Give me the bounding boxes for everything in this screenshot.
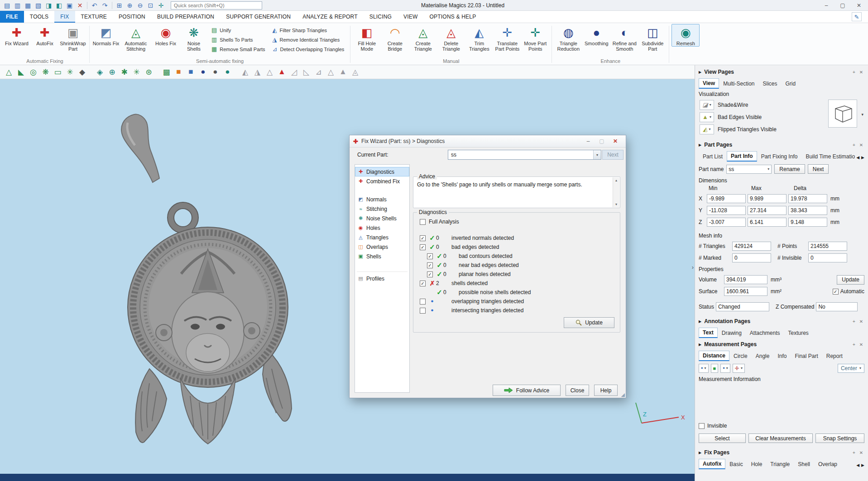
mark-shell-icon[interactable]: ◎ [28,66,39,78]
row-checkbox[interactable] [420,299,426,305]
dialog-title-bar[interactable]: ✚ Fix Wizard (Part: ss) > Diagnostics – … [350,135,626,148]
automatic-checkbox[interactable]: ✓ [833,289,839,295]
wizard-nav-normals[interactable]: ◩ Normals [355,195,409,204]
close-icon[interactable]: ✕ [858,342,864,347]
tab-textures[interactable]: Textures [784,328,813,338]
remove-identical-triangles-button[interactable]: ◮ Remove Identical Triangles [273,36,345,43]
row-checkbox[interactable]: ✓ [427,262,433,268]
window-close-button[interactable]: ✕ [851,0,867,11]
brush-mark-icon[interactable]: ◆ [77,66,88,78]
row-checkbox[interactable]: ✓ [420,281,426,286]
follow-advice-button[interactable]: Follow Advice [493,385,561,396]
mark-spikes-icon[interactable]: ✱ [119,66,130,78]
menu-fix[interactable]: FIX [54,11,75,23]
fix-wizard-button[interactable]: ✚ Fix Wizard [3,24,31,47]
tab-report[interactable]: Report [822,351,847,361]
menu-support-generation[interactable]: SUPPORT GENERATION [220,11,297,23]
save-as-icon[interactable]: ▧ [33,1,43,10]
full-analysis-checkbox[interactable] [420,219,426,225]
unify-button[interactable]: ▤ Unify [211,27,265,33]
pan-view-icon[interactable]: ✛ [156,1,166,10]
z-compensated-field[interactable] [816,302,858,311]
wizard-nav-diagnostics[interactable]: ✚ Diagnostics [355,167,409,176]
mark-surface-icon[interactable]: ❋ [40,66,51,78]
tab-multi-section[interactable]: Multi-Section [719,79,758,89]
point-type-combo-1[interactable]: •▾ [699,364,709,373]
save-project-icon[interactable]: ▦ [23,1,33,10]
triangles-field[interactable] [732,242,771,251]
tab-slices[interactable]: Slices [759,79,782,89]
window-maximize-button[interactable]: ▢ [834,0,851,11]
part-next-button[interactable]: Next [808,164,829,174]
menu-file[interactable]: FILE [0,11,24,23]
measure-mode-button[interactable]: ■ [711,364,719,373]
noise-shells-button[interactable]: ❋ Noise Shells [180,24,208,52]
delete-triangle-button[interactable]: ◬ Delete Triangle [437,24,465,52]
view-pages-header[interactable]: ▶ View Pages + ✕ [699,67,864,77]
wizard-nav-overlaps[interactable]: ◫ Overlaps [355,242,409,252]
help-button[interactable]: Help [594,385,618,396]
panel-collapse-handle[interactable]: › [692,264,694,271]
tab-drawing[interactable]: Drawing [718,328,746,338]
resize-grip[interactable]: ◢ [621,392,625,398]
wizard-nav-stitching[interactable]: ≈ Stitching [355,204,409,214]
normals-fix-button[interactable]: ◩ Normals Fix [92,24,120,47]
smooth-triangle-icon[interactable]: ◮ [252,66,263,78]
x-min-field[interactable] [707,194,746,203]
fill-hole-mode-button[interactable]: ◧ Fill Hole Mode [353,24,381,52]
measurement-pages-header[interactable]: ▶ Measurement Pages + ✕ [699,339,864,349]
close-part-icon[interactable]: ✕ [75,1,85,10]
holes-fix-button[interactable]: ◉ Holes Fix [152,24,180,47]
menu-analyze-report[interactable]: ANALYZE & REPORT [297,11,363,23]
point-type-combo-2[interactable]: •▾ [720,364,730,373]
row-checkbox[interactable]: ✓ [427,253,433,259]
dialog-maximize-button[interactable]: ▢ [595,138,609,144]
mark-plane-icon[interactable]: ◣ [15,66,27,78]
create-bridge-button[interactable]: ◠ Create Bridge [381,24,409,52]
z-max-field[interactable] [748,218,786,227]
dotted-triangle-icon[interactable]: ◬ [350,66,361,78]
cube-preview-dropdown-icon[interactable]: ▾ [861,112,863,117]
tab-part-fixing-info[interactable]: Part Fixing Info [757,152,802,162]
import-part-icon[interactable]: ◨ [43,1,54,10]
invisible-count-field[interactable] [808,253,847,262]
orange-cube-icon[interactable]: ■ [173,66,184,78]
right-angle-triangle-icon[interactable]: ⊿ [313,66,324,78]
tabs-scroll-left-icon[interactable]: ◀ [856,155,859,160]
fix-pages-header[interactable]: ▶ Fix Pages + ✕ [699,448,864,457]
outline-triangle-icon[interactable]: △ [264,66,275,78]
dialog-minimize-button[interactable]: – [581,138,595,144]
mark-noise-shells-icon[interactable]: ✳ [131,66,142,78]
translate-part-points-button[interactable]: ✛ Translate Part Points [493,24,521,52]
points-field[interactable] [808,242,847,251]
dialog-close-button[interactable]: ✕ [609,138,622,144]
wizard-nav-shells[interactable]: ▣ Shells [355,252,409,261]
marked-field[interactable] [732,253,771,262]
pin-icon[interactable]: + [851,450,857,455]
close-icon[interactable]: ✕ [858,143,864,148]
menu-slicing[interactable]: SLICING [364,11,398,23]
menu-view[interactable]: VIEW [398,11,423,23]
machine-properties-icon[interactable]: ▣ [64,1,75,10]
delete-marked-triangles-icon[interactable]: ▲ [276,66,288,78]
tabs-scroll-right-icon[interactable]: ▶ [861,155,864,160]
select-shells-icon[interactable]: ◈ [94,66,106,78]
tab-overlap[interactable]: Overlap [814,459,841,469]
close-icon[interactable]: ✕ [858,319,864,324]
zoom-box-icon[interactable]: ⊞ [114,1,125,10]
triangle-reduction-button[interactable]: ◍ Triangle Reduction [554,24,582,52]
current-part-combo[interactable]: ss ▾ [448,150,601,160]
mark-window-icon[interactable]: ▭ [52,66,63,78]
grow-selection-icon[interactable]: ⊕ [106,66,118,78]
shaded-cube-icon[interactable]: ▩ [161,66,172,78]
wizard-nav-profiles[interactable]: ▤ Profiles [355,274,409,283]
wizard-nav-holes[interactable]: ◉ Holes [355,223,409,233]
customize-ui-icon[interactable]: ✎ [852,12,862,21]
y-max-field[interactable] [748,206,786,215]
invisible-checkbox[interactable] [699,423,705,429]
zoom-in-icon[interactable]: ⊕ [125,1,135,10]
smoothing-button[interactable]: ● Smoothing [582,24,610,47]
zoom-out-icon[interactable]: ⊖ [135,1,145,10]
tab-grid[interactable]: Grid [782,79,800,89]
z-min-field[interactable] [707,218,746,227]
